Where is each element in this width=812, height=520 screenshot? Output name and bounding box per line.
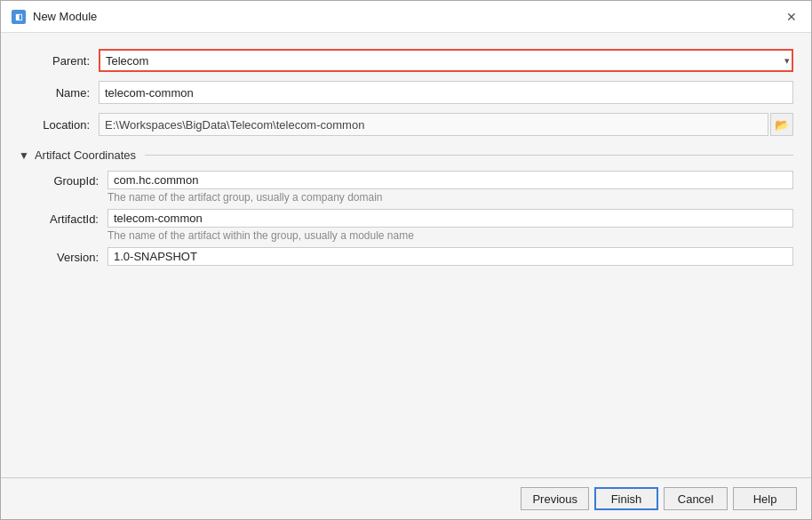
parent-select[interactable]: Telecom [99,49,793,72]
location-wrapper: 📂 [99,113,793,136]
dialog-icon: ◧ [12,10,26,24]
groupid-field-col: The name of the artifact group, usually … [107,171,793,204]
title-bar-left: ◧ New Module [12,10,97,24]
artifactid-hint: The name of the artifact within the grou… [107,229,793,242]
dialog-body: Parent: Telecom ▾ Name: Location: 📂 ▼ [1,33,811,477]
groupid-input[interactable] [107,171,793,189]
location-label: Location: [19,118,99,132]
dialog-footer: Previous Finish Cancel Help [1,477,811,519]
parent-label: Parent: [19,54,99,68]
finish-button[interactable]: Finish [594,487,658,510]
version-label: Version: [28,247,107,264]
title-bar: ◧ New Module ✕ [1,1,811,33]
artifact-section-title: Artifact Coordinates [35,148,136,162]
location-input[interactable] [99,113,768,136]
parent-row: Parent: Telecom ▾ [19,49,793,72]
artifact-section-header: ▼ Artifact Coordinates [19,148,793,162]
previous-button[interactable]: Previous [521,487,589,510]
artifactid-input[interactable] [107,209,793,228]
version-input[interactable] [107,247,793,266]
cancel-button[interactable]: Cancel [664,487,728,510]
location-browse-button[interactable]: 📂 [770,113,793,136]
version-row: Version: [28,247,793,266]
parent-field-wrapper: Telecom ▾ [99,49,793,72]
section-divider [145,155,793,156]
groupid-label: GroupId: [28,171,107,188]
dialog-title: New Module [33,10,97,23]
folder-icon: 📂 [775,118,789,132]
help-button[interactable]: Help [733,487,797,510]
artifactid-field-col: The name of the artifact within the grou… [107,209,793,242]
version-field-col [107,247,793,266]
section-collapse-arrow[interactable]: ▼ [19,149,29,162]
location-row: Location: 📂 [19,113,793,136]
close-button[interactable]: ✕ [783,8,800,26]
name-input[interactable] [99,81,793,104]
artifact-section: GroupId: The name of the artifact group,… [19,171,793,266]
new-module-dialog: ◧ New Module ✕ Parent: Telecom ▾ Name: L… [0,0,812,520]
artifactid-label: ArtifactId: [28,209,107,226]
groupid-hint: The name of the artifact group, usually … [107,191,793,204]
groupid-row: GroupId: The name of the artifact group,… [28,171,793,204]
name-row: Name: [19,81,793,104]
name-label: Name: [19,86,99,100]
artifactid-row: ArtifactId: The name of the artifact wit… [28,209,793,242]
